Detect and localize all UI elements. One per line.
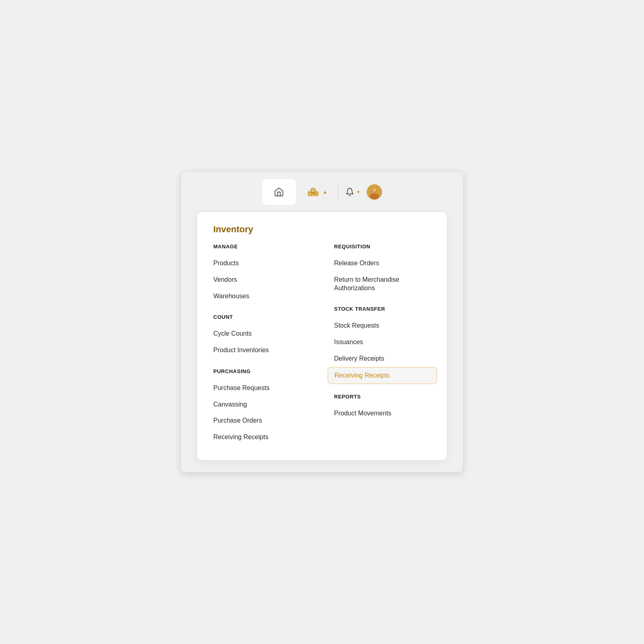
menu-item-receiving-receipts-active[interactable]: Receiving Receipts [328, 367, 437, 384]
menu-item-product-movements[interactable]: Product Movements [334, 405, 431, 422]
menu-item-canvassing[interactable]: Canvassing [213, 396, 310, 413]
section-label-manage: MANAGE [213, 244, 310, 250]
menu-columns: MANAGE Products Vendors Warehouses COUNT… [213, 244, 431, 446]
section-label-reports: REPORTS [334, 394, 431, 400]
menu-item-delivery-receipts[interactable]: Delivery Receipts [334, 351, 431, 367]
menu-item-product-inventories[interactable]: Product Inventories [213, 342, 310, 359]
svg-point-14 [370, 193, 378, 199]
menu-item-warehouses[interactable]: Warehouses [213, 288, 310, 305]
section-label-purchasing: PURCHASING [213, 368, 310, 374]
inventory-menu-panel: Inventory MANAGE Products Vendors Wareho… [197, 212, 447, 460]
section-label-requisition: REQUISITION [334, 244, 431, 250]
user-avatar[interactable] [367, 184, 382, 200]
menu-item-cycle-counts[interactable]: Cycle Counts [213, 326, 310, 342]
menu-item-receiving-receipts-left[interactable]: Receiving Receipts [213, 429, 310, 446]
bell-dropdown-arrow: ▾ [357, 189, 359, 195]
menu-title: Inventory [213, 224, 431, 235]
menu-left-column: MANAGE Products Vendors Warehouses COUNT… [213, 244, 310, 446]
menu-item-stock-requests[interactable]: Stock Requests [334, 318, 431, 334]
menu-right-column: REQUISITION Release Orders Return to Mer… [334, 244, 431, 446]
nav-divider [338, 186, 338, 198]
menu-item-products[interactable]: Products [213, 255, 310, 272]
inventory-nav-button[interactable]: ▲ [307, 187, 328, 197]
topbar-right-section: ▲ ▾ [301, 184, 382, 200]
menu-item-issuances[interactable]: Issuances [334, 334, 431, 351]
menu-item-purchase-requests[interactable]: Purchase Requests [213, 380, 310, 396]
topbar-left-section [262, 179, 296, 205]
section-label-count: COUNT [213, 314, 310, 320]
menu-item-purchase-orders[interactable]: Purchase Orders [213, 413, 310, 429]
section-label-stock-transfer: STOCK TRANSFER [334, 306, 431, 312]
svg-point-13 [372, 188, 376, 192]
menu-item-return-to-merchandise[interactable]: Return to Merchandise Authorizations [334, 272, 431, 297]
inventory-dropdown-arrow: ▲ [323, 189, 328, 195]
menu-item-release-orders[interactable]: Release Orders [334, 255, 431, 272]
topbar: ▲ ▾ [181, 172, 463, 212]
menu-item-vendors[interactable]: Vendors [213, 272, 310, 288]
home-button[interactable] [272, 185, 286, 199]
notifications-button[interactable]: ▾ [345, 188, 359, 196]
screen: ▲ ▾ [181, 172, 463, 472]
